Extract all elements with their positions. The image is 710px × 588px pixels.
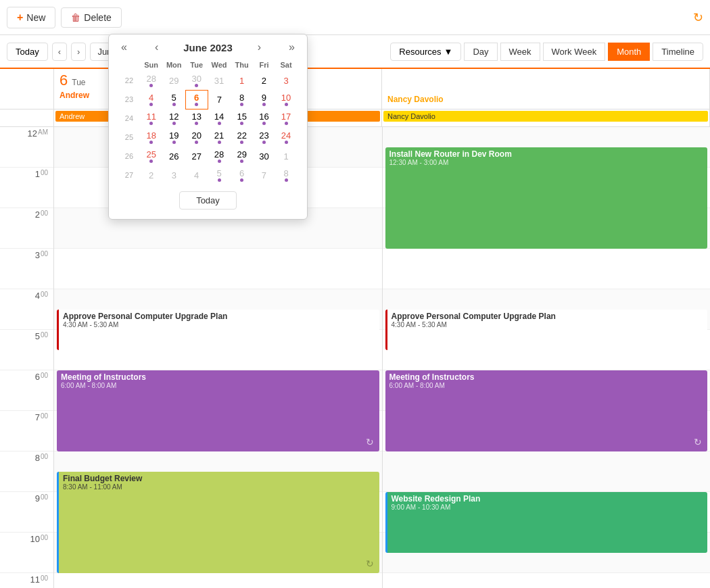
calendar-body: 12AM 100 200 300 400 500 600 700 800 900… bbox=[0, 127, 710, 588]
day-number: 6 bbox=[60, 72, 68, 89]
calendar-day[interactable]: 5 bbox=[162, 90, 185, 109]
calendar-day[interactable]: 11 bbox=[140, 109, 162, 128]
time-column: 12AM 100 200 300 400 500 600 700 800 900… bbox=[0, 127, 54, 588]
budget-review-title: Final Budget Review bbox=[63, 474, 375, 483]
calendar-day[interactable]: 28 bbox=[140, 71, 162, 90]
mini-cal-next-year[interactable]: » bbox=[286, 41, 298, 53]
calendar-header-row: 6 Tue Andrew Nancy Davolio bbox=[0, 69, 710, 109]
calendar-day[interactable]: 24 bbox=[275, 128, 298, 147]
resource1-label: Andrew bbox=[60, 91, 89, 100]
approve-plan-event-2[interactable]: Approve Personal Computer Upgrade Plan 4… bbox=[385, 310, 708, 350]
calendar-day[interactable]: 1 bbox=[275, 147, 298, 166]
calendar-day[interactable]: 28 bbox=[208, 147, 231, 166]
meeting-instructors-event-2[interactable]: Meeting of Instructors 6:00 AM - 8:00 AM… bbox=[385, 370, 708, 451]
approve-plan-title-2: Approve Personal Computer Upgrade Plan bbox=[392, 312, 704, 321]
meeting-instructors-event-1[interactable]: Meeting of Instructors 6:00 AM - 8:00 AM… bbox=[57, 370, 379, 451]
delete-label: Delete bbox=[84, 12, 111, 23]
today-button[interactable]: Today bbox=[7, 43, 48, 61]
calendar-day[interactable]: 19 bbox=[162, 128, 185, 147]
navbar: Today ‹ › June 06, 2023 ▼ Resources ▼ Da… bbox=[0, 35, 710, 69]
all-day-cell-2: Nancy Davolio bbox=[382, 109, 710, 126]
calendar-day[interactable]: 6 bbox=[231, 166, 253, 185]
calendar-day[interactable]: 4 bbox=[185, 166, 208, 185]
mini-calendar-popup: « ‹ June 2023 › » Sun Mon Tue Wed Thu Fr… bbox=[108, 34, 308, 220]
tab-timeline[interactable]: Timeline bbox=[653, 43, 703, 61]
time-slot-8am: 800 bbox=[0, 451, 53, 492]
tab-week[interactable]: Week bbox=[500, 43, 540, 61]
calendar-day[interactable]: 7 bbox=[208, 90, 231, 109]
mini-calendar-title: June 2023 bbox=[183, 42, 233, 53]
tab-work-week[interactable]: Work Week bbox=[543, 43, 606, 61]
calendar-day[interactable]: 12 bbox=[162, 109, 185, 128]
week-number: 22 bbox=[118, 71, 140, 90]
calendar-day[interactable]: 22 bbox=[231, 128, 253, 147]
calendar-day[interactable]: 8 bbox=[231, 90, 253, 109]
calendar-day[interactable]: 30 bbox=[185, 71, 208, 90]
mini-cal-prev-year[interactable]: « bbox=[118, 41, 130, 53]
tab-month[interactable]: Month bbox=[608, 43, 650, 61]
calendar-day[interactable]: 27 bbox=[185, 147, 208, 166]
next-button[interactable]: › bbox=[71, 43, 86, 61]
calendar-day[interactable]: 7 bbox=[253, 166, 275, 185]
calendar-day[interactable]: 3 bbox=[275, 71, 298, 90]
calendar-day[interactable]: 13 bbox=[185, 109, 208, 128]
calendar-day[interactable]: 26 bbox=[162, 147, 185, 166]
calendar-day[interactable]: 29 bbox=[162, 71, 185, 90]
mini-cal-next-month[interactable]: › bbox=[255, 41, 264, 53]
calendar-day[interactable]: 21 bbox=[208, 128, 231, 147]
hour-11am-col2[interactable] bbox=[383, 573, 711, 588]
tab-day[interactable]: Day bbox=[464, 43, 497, 61]
time-slot-6am: 600 bbox=[0, 370, 53, 411]
week-number: 24 bbox=[118, 109, 140, 128]
calendar-day[interactable]: 3 bbox=[162, 166, 185, 185]
calendar-day[interactable]: 31 bbox=[208, 71, 231, 90]
resources-button[interactable]: Resources ▼ bbox=[390, 43, 461, 61]
calendar-day[interactable]: 15 bbox=[231, 109, 253, 128]
budget-review-event[interactable]: Final Budget Review 8:30 AM - 11:00 AM ↻ bbox=[57, 472, 379, 573]
calendar-day[interactable]: 17 bbox=[275, 109, 298, 128]
calendar-day[interactable]: 2 bbox=[253, 71, 275, 90]
calendar-day[interactable]: 1 bbox=[231, 71, 253, 90]
mini-cal-week-col bbox=[118, 59, 140, 71]
mini-cal-today-button[interactable]: Today bbox=[179, 191, 237, 210]
hour-3am-col1[interactable] bbox=[54, 249, 382, 289]
recurring-icon-budget: ↻ bbox=[366, 558, 374, 569]
all-day-event-nancy[interactable]: Nancy Davolio bbox=[383, 111, 708, 122]
calendar-day[interactable]: 2 bbox=[140, 166, 162, 185]
calendar-day[interactable]: 10 bbox=[275, 90, 298, 109]
router-install-event[interactable]: Install New Router in Dev Room 12:30 AM … bbox=[385, 147, 708, 249]
prev-button[interactable]: ‹ bbox=[52, 43, 67, 61]
refresh-icon[interactable]: ↻ bbox=[693, 10, 703, 25]
hour-8am-col2[interactable] bbox=[383, 451, 711, 492]
calendar-day[interactable]: 6 bbox=[185, 90, 208, 109]
calendar-day[interactable]: 9 bbox=[253, 90, 275, 109]
calendar-day[interactable]: 23 bbox=[253, 128, 275, 147]
calendar-day[interactable]: 8 bbox=[275, 166, 298, 185]
calendar-day[interactable]: 14 bbox=[208, 109, 231, 128]
new-button[interactable]: + New bbox=[7, 7, 55, 28]
calendar-day[interactable]: 5 bbox=[208, 166, 231, 185]
website-redesign-event[interactable]: Website Redesign Plan 9:00 AM - 10:30 AM bbox=[385, 492, 708, 553]
recurring-icon-1: ↻ bbox=[366, 437, 374, 447]
time-slot-12am: 12AM bbox=[0, 127, 53, 168]
router-install-title: Install New Router in Dev Room bbox=[389, 149, 704, 159]
calendar-day[interactable]: 29 bbox=[231, 147, 253, 166]
calendar-day[interactable]: 25 bbox=[140, 147, 162, 166]
calendar-day[interactable]: 4 bbox=[140, 90, 162, 109]
calendar-day[interactable]: 16 bbox=[253, 109, 275, 128]
approve-plan-event-1[interactable]: Approve Personal Computer Upgrade Plan 4… bbox=[57, 310, 379, 350]
calendar-day[interactable]: 20 bbox=[185, 128, 208, 147]
delete-button[interactable]: 🗑 Delete bbox=[61, 7, 121, 28]
trash-icon: 🗑 bbox=[71, 12, 80, 23]
day-body-col-2: Install New Router in Dev Room 12:30 AM … bbox=[383, 127, 711, 588]
time-slot-4am: 400 bbox=[0, 289, 53, 330]
hour-3am-col2[interactable] bbox=[383, 249, 711, 289]
time-slot-5am: 500 bbox=[0, 330, 53, 370]
calendar-day[interactable]: 18 bbox=[140, 128, 162, 147]
hour-11am-col1[interactable] bbox=[54, 573, 382, 588]
budget-review-time: 8:30 AM - 11:00 AM bbox=[63, 483, 375, 491]
week-number: 25 bbox=[118, 128, 140, 147]
calendar-day[interactable]: 30 bbox=[253, 147, 275, 166]
mini-cal-prev-month[interactable]: ‹ bbox=[152, 41, 161, 53]
approve-plan-title-1: Approve Personal Computer Upgrade Plan bbox=[63, 312, 375, 321]
